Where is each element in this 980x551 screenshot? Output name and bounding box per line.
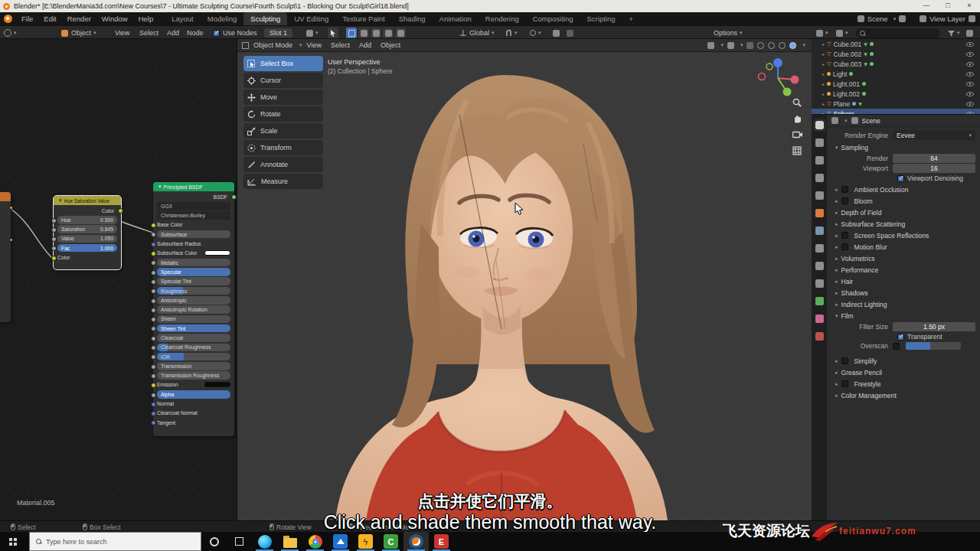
bsdf-row[interactable]: Sheen — [157, 315, 230, 324]
tab-view-layer-icon[interactable] — [815, 156, 824, 165]
properties-panel[interactable]: ▾ Scene Render Engine Eevee▾ ▾Sampling R… — [812, 115, 980, 520]
section-subsurface-scattering[interactable]: ▸Subsurface Scattering — [827, 218, 980, 230]
extra-toggle-icon[interactable] — [567, 26, 573, 40]
sampling-viewport-field[interactable]: Viewport 16 — [827, 164, 975, 173]
overscan-slider[interactable] — [906, 342, 961, 350]
photos-icon[interactable] — [328, 532, 353, 551]
sss-method-dropdown[interactable]: Christensen-Burley — [157, 211, 230, 220]
tab-layout[interactable]: Layout — [165, 12, 201, 25]
video-editor-icon[interactable]: E — [429, 532, 454, 551]
bsdf-row[interactable]: Specular Tint — [157, 277, 230, 285]
section-freestyle[interactable]: ▸Freestyle — [827, 378, 980, 390]
shading-rendered-icon[interactable] — [789, 42, 796, 49]
ortho-grid-icon[interactable] — [792, 145, 802, 156]
eye-icon[interactable] — [966, 72, 974, 77]
bsdf-row[interactable]: Normal — [157, 399, 230, 408]
shader-type-dropdown[interactable]: Object ▾ — [61, 26, 96, 40]
section-film[interactable]: ▾Film — [827, 310, 980, 321]
hsv-input-color[interactable]: Color — [57, 253, 117, 262]
outliner-row-cube001[interactable]: ▸▽Cube.001 ▼ — [812, 39, 980, 49]
tab-object-icon[interactable] — [815, 209, 824, 217]
hsv-output-color[interactable]: Color — [57, 207, 117, 215]
tab-modeling[interactable]: Modeling — [201, 12, 244, 25]
tab-rendering[interactable]: Rendering — [479, 12, 526, 25]
section-screen-space-reflections[interactable]: ▸Screen Space Reflections — [827, 230, 980, 241]
xray-toggle-icon[interactable] — [746, 42, 753, 49]
tab-texture-paint[interactable]: Texture Paint — [335, 12, 391, 25]
outliner-row-light001[interactable]: ▸Light.001 — [812, 79, 980, 89]
checkbox-icon[interactable] — [841, 243, 848, 250]
menu-file[interactable]: File — [16, 12, 38, 25]
outliner-row-plane[interactable]: ▸▽Plane ▼ — [812, 99, 980, 109]
tool-rotate[interactable]: Rotate — [243, 106, 323, 122]
section-color-management[interactable]: ▸Color Management — [827, 390, 980, 401]
tab-texture-icon[interactable] — [815, 332, 824, 341]
tool-annotate[interactable]: Annotate — [243, 157, 323, 172]
tab-scripting[interactable]: Scripting — [580, 12, 622, 25]
outliner-panel[interactable]: ▸▽Cube.001 ▼ ▸▽Cube.002 ▼ ▸▽Cube.003 ▼ ▸… — [812, 39, 980, 115]
principled-node-header[interactable]: ▾ Principled BSDF — [153, 182, 234, 191]
hsv-saturation-slider[interactable]: Saturation0.845 — [57, 225, 117, 233]
bsdf-row[interactable]: Sheen Tint — [157, 324, 230, 333]
tab-constraints-icon[interactable] — [815, 279, 824, 288]
sampling-render-field[interactable]: Render 64 — [827, 154, 975, 163]
outliner-row-light[interactable]: ▸Light — [812, 69, 980, 79]
taskbar-search-input[interactable]: Type here to search — [29, 532, 201, 551]
scene-selector[interactable]: Scene — [867, 15, 888, 23]
menu-add[interactable]: Add — [167, 26, 179, 40]
material-slot-button[interactable]: Slot 1 — [264, 26, 292, 40]
checkbox-icon[interactable] — [841, 197, 848, 204]
editor-type-selector[interactable]: ▾ — [4, 26, 17, 40]
bsdf-row[interactable]: Emission — [157, 381, 230, 390]
select-mode-icon[interactable] — [395, 28, 406, 38]
blender-taskbar-icon[interactable] — [403, 532, 429, 551]
tab-scene-icon[interactable] — [815, 174, 824, 182]
capture-app-icon[interactable]: ϟ — [353, 532, 378, 551]
snap-dropdown[interactable]: ▾ — [505, 26, 518, 40]
vp-menu-object[interactable]: Object — [376, 41, 405, 49]
bsdf-row[interactable]: Metallic — [157, 259, 230, 267]
bsdf-row[interactable]: Clearcoat Normal — [157, 409, 230, 418]
tab-object-data-icon[interactable] — [815, 297, 824, 305]
shader-node-editor[interactable]: ▾ Hue Saturation Value Color Hue0.500 Sa… — [0, 39, 237, 520]
outliner-new-collection[interactable] — [966, 26, 973, 40]
bsdf-row[interactable]: Anisotropic — [157, 296, 230, 305]
editor-icon[interactable] — [831, 117, 838, 124]
mode-dropdown[interactable]: Object Mode — [249, 41, 297, 49]
bsdf-row[interactable]: Tangent — [157, 419, 230, 427]
section-performance[interactable]: ▸Performance — [827, 264, 980, 276]
outliner-row-cube002[interactable]: ▸▽Cube.002 ▼ — [812, 49, 980, 59]
bsdf-row[interactable]: IOR — [157, 353, 230, 361]
bsdf-row[interactable]: Subsurface Color — [157, 249, 230, 258]
tool-select-box[interactable]: Select Box — [243, 56, 323, 71]
shading-solid-icon[interactable] — [768, 42, 775, 49]
pin-dropdown[interactable]: ▾ — [306, 26, 318, 40]
shading-material-icon[interactable] — [779, 42, 786, 49]
tab-uv-editing[interactable]: UV Editing — [287, 12, 335, 25]
tab-physics-icon[interactable] — [815, 262, 824, 270]
tool-scale[interactable]: Scale — [243, 123, 323, 139]
eye-icon[interactable] — [966, 52, 974, 57]
bsdf-row[interactable]: Anisotropic Rotation — [157, 305, 230, 314]
select-mode-buttons[interactable] — [346, 26, 407, 40]
bsdf-row[interactable]: Base Color — [157, 221, 230, 230]
hsv-value-slider[interactable]: Value1.050 — [57, 235, 117, 243]
pan-hand-icon[interactable] — [792, 113, 802, 124]
checkbox-icon[interactable] — [841, 357, 848, 364]
bsdf-row[interactable]: Transmission Roughness — [157, 371, 230, 380]
bsdf-row[interactable]: Subsurface — [157, 230, 230, 239]
render-engine-dropdown[interactable]: Eevee▾ — [893, 130, 975, 140]
tab-compositing[interactable]: Compositing — [526, 12, 580, 25]
tab-particles-icon[interactable] — [815, 244, 824, 253]
orientation-dropdown[interactable]: Global ▾ — [459, 26, 495, 40]
eye-icon[interactable] — [966, 92, 974, 96]
section-simplify[interactable]: ▸Simplify — [827, 355, 980, 367]
tab-shading[interactable]: Shading — [392, 12, 433, 25]
tab-add-workspace[interactable]: + — [622, 12, 640, 25]
section-grease-pencil[interactable]: ▸Grease Pencil — [827, 367, 980, 378]
color-swatch[interactable] — [204, 250, 230, 256]
menu-node[interactable]: Node — [187, 26, 204, 40]
tool-move[interactable]: Move — [243, 90, 323, 105]
menu-render[interactable]: Render — [62, 12, 96, 25]
socket[interactable] — [9, 238, 13, 242]
